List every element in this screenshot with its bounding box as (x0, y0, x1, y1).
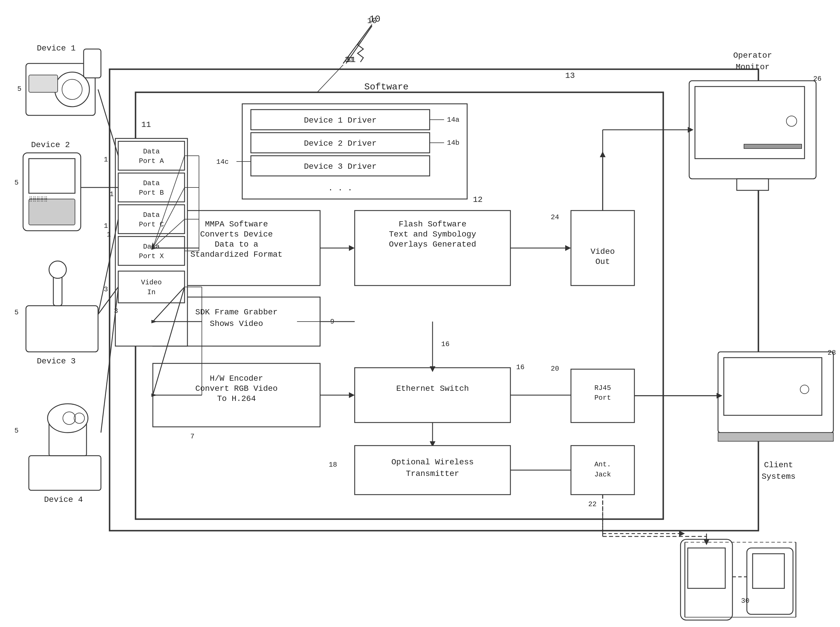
device3-label: Device 3 (37, 357, 76, 366)
ref-13: 13 (565, 71, 575, 80)
ref-26: 26 (813, 75, 821, 83)
data-port-a-line2: Port A (139, 157, 164, 165)
device1-label: Device 1 (37, 44, 76, 53)
device1-driver-label: Device 1 Driver (304, 116, 377, 125)
ref-28: 28 (827, 349, 836, 357)
software-label: Software (364, 82, 409, 92)
device2-keys: ⣿⣿⣿⣿⣿ (29, 196, 47, 202)
operator-monitor-label-1: Operator (733, 51, 772, 60)
rj45-line2: Port (594, 394, 611, 402)
ref-31: 31 (344, 55, 354, 64)
device3-base (26, 306, 98, 352)
wireless-device-1-screen (688, 548, 725, 588)
laptop-keyboard-base (718, 433, 834, 441)
operator-monitor-label-2: Monitor (736, 63, 770, 71)
device2-keypad (29, 199, 75, 225)
ref-5-4: 5 (14, 427, 19, 435)
device4-head (47, 404, 88, 433)
mmpa-line1: MMPA Software (205, 220, 268, 229)
ant-line1: Ant. (594, 461, 611, 468)
hw-encoder-line3: To H.264 (217, 394, 256, 403)
data-port-a-line1: Data (143, 148, 160, 156)
sdk-line2: Shows Video (210, 319, 263, 328)
ref-22: 22 (588, 500, 597, 508)
video-in-line1: Video (141, 279, 162, 287)
ref-1b: 1 (104, 222, 108, 230)
ref-1-label-1: 1 (110, 191, 113, 198)
ref-24: 24 (551, 213, 559, 221)
mmpa-line3: Data to a (214, 240, 258, 249)
drivers-ellipsis: . . . (328, 184, 352, 193)
data-port-x-box (118, 236, 184, 265)
ref-7: 7 (190, 433, 194, 440)
data-port-c-line1: Data (143, 211, 160, 219)
ant-to-wireless-arrow (679, 531, 685, 536)
ref-18: 18 (329, 461, 337, 469)
wireless-device-2-screen (753, 554, 784, 588)
ref-14a: 14a (447, 116, 459, 124)
mmpa-line4: Standardized Format (190, 250, 282, 259)
ref-5-1: 5 (17, 85, 21, 93)
wireless-line2: Transmitter (406, 469, 459, 478)
device2-label: Device 2 (31, 140, 70, 150)
device3-top (49, 261, 66, 278)
wireless-line1: Optional Wireless (391, 458, 474, 467)
device3-driver-label: Device 3 Driver (304, 162, 377, 171)
ref-20: 20 (551, 365, 559, 373)
fig-10-label: 10 (370, 14, 380, 25)
ref-14b: 14b (447, 139, 459, 147)
monitor-base (737, 179, 769, 191)
hw-encoder-line2: Convert RGB Video (195, 384, 278, 393)
data-port-a-box (118, 141, 184, 170)
ref-16-label: 16 (441, 340, 450, 348)
ref-14c: 14c (216, 158, 229, 166)
ref-11: 11 (141, 120, 151, 129)
ref-12: 12 (473, 195, 483, 204)
ethernet-switch-label: Ethernet Switch (396, 384, 469, 393)
flash-line1: Flash Software (398, 220, 466, 229)
ant-jack-box (571, 446, 634, 495)
ref-16: 16 (516, 363, 525, 371)
hw-encoder-line1: H/W Encoder (210, 374, 263, 383)
ref-5-2: 5 (14, 179, 19, 187)
flash-line3: Overlays Generated (389, 240, 476, 249)
laptop-screen (724, 358, 822, 415)
ref-30-bottom: 30 (741, 597, 749, 605)
video-out-label2: Out (595, 257, 610, 266)
device4-base (29, 456, 101, 490)
video-in-line2: In (147, 288, 156, 296)
ref-3a: 3 (104, 285, 108, 293)
ethernet-switch-box (355, 368, 510, 422)
device4-label: Device 4 (44, 495, 83, 504)
data-port-b-box (118, 173, 184, 202)
ref-5-3: 5 (14, 309, 19, 317)
mmpa-line2: Converts Device (200, 230, 273, 239)
rj45-line1: RJ45 (594, 384, 611, 392)
data-port-b-line1: Data (143, 180, 160, 187)
data-port-b-line2: Port B (139, 189, 164, 197)
video-out-label: Video (591, 247, 615, 256)
ant-line2: Jack (594, 471, 611, 479)
client-systems-label-2: Systems (761, 472, 796, 481)
ref-1a: 1 (104, 156, 108, 164)
monitor-shelf (744, 144, 802, 148)
client-systems-label-1: Client (764, 461, 793, 469)
data-port-c-box (118, 205, 184, 234)
flash-line2: Text and Symbology (389, 230, 476, 239)
device1-body-detail (29, 75, 58, 92)
device1-handle (83, 49, 101, 78)
sdk-line1: SDK Frame Grabber (195, 308, 278, 317)
device2-driver-label: Device 2 Driver (304, 139, 377, 148)
ref-1-label-2: 1 (107, 231, 111, 238)
device2-screen (29, 159, 75, 193)
data-port-x-line2: Port X (139, 252, 164, 260)
